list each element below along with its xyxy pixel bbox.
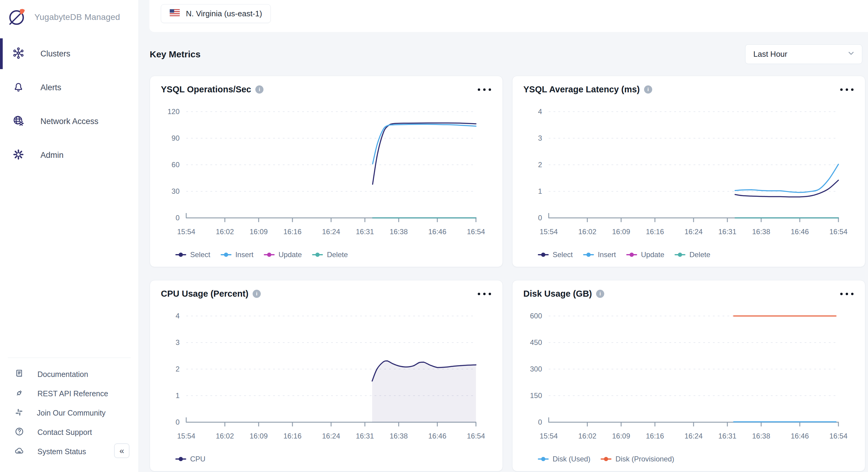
legend-item-select[interactable]: Select <box>538 250 573 259</box>
svg-text:16:09: 16:09 <box>612 432 630 440</box>
ellipsis-menu-icon[interactable] <box>840 87 854 93</box>
time-range-value: Last Hour <box>753 50 787 59</box>
cloud-status-icon <box>14 445 25 458</box>
legend-marker-icon <box>538 457 549 461</box>
metric-card: CPU Usage (Percent) i 0123415:5416:0216:… <box>150 280 503 471</box>
sidebar-divider <box>8 357 131 358</box>
svg-text:16:16: 16:16 <box>283 227 302 236</box>
legend-marker-icon <box>312 253 323 257</box>
svg-text:4: 4 <box>176 312 180 320</box>
legend-item-disk-provisioned[interactable]: Disk (Provisioned) <box>600 455 674 463</box>
legend-label: Update <box>279 250 302 259</box>
plug-icon <box>14 387 25 400</box>
legend-item-disk-used[interactable]: Disk (Used) <box>538 455 590 463</box>
svg-text:16:38: 16:38 <box>390 432 408 440</box>
svg-text:16:46: 16:46 <box>791 432 809 440</box>
sidebar-item-clusters[interactable]: Clusters <box>0 37 138 71</box>
footer-link-rest-api-reference[interactable]: REST API Reference <box>0 384 138 403</box>
chart-title: YSQL Average Latency (ms) <box>523 85 640 94</box>
ellipsis-menu-icon[interactable] <box>840 291 854 297</box>
legend-label: Delete <box>689 250 710 259</box>
svg-text:4: 4 <box>538 107 542 116</box>
legend-item-delete[interactable]: Delete <box>312 250 348 259</box>
legend-label: Select <box>553 250 573 259</box>
footer-link-label: Documentation <box>37 370 88 379</box>
svg-text:16:09: 16:09 <box>250 227 268 236</box>
legend-label: Insert <box>236 250 253 259</box>
chevron-down-icon <box>847 49 855 59</box>
svg-text:16:16: 16:16 <box>283 432 302 440</box>
brand[interactable]: YugabyteDB Managed <box>7 6 120 28</box>
sidebar-item-label: Admin <box>40 151 64 160</box>
svg-text:16:31: 16:31 <box>356 432 374 440</box>
legend-item-update[interactable]: Update <box>626 250 664 259</box>
svg-text:0: 0 <box>538 214 542 222</box>
info-icon[interactable]: i <box>596 290 604 298</box>
ellipsis-menu-icon[interactable] <box>477 291 492 297</box>
svg-text:16:38: 16:38 <box>752 432 770 440</box>
info-icon[interactable]: i <box>255 86 264 94</box>
sidebar-item-admin[interactable]: Admin <box>0 138 138 172</box>
chart-legend: SelectInsertUpdateDelete <box>538 250 710 259</box>
footer-link-contact-support[interactable]: Contact Support <box>0 422 138 442</box>
legend-item-delete[interactable]: Delete <box>675 250 710 259</box>
info-icon[interactable]: i <box>253 290 261 298</box>
chart-canvas: 030609012015:5416:0216:0916:1616:2416:31… <box>150 76 502 267</box>
svg-text:16:54: 16:54 <box>829 432 847 440</box>
legend-marker-icon <box>600 457 612 461</box>
svg-text:16:46: 16:46 <box>791 227 809 236</box>
time-range-select[interactable]: Last Hour <box>745 44 862 64</box>
svg-text:120: 120 <box>167 107 180 116</box>
svg-text:16:16: 16:16 <box>646 432 664 440</box>
svg-text:600: 600 <box>530 312 542 320</box>
sidebar-item-network-access[interactable]: Network Access <box>0 104 138 138</box>
svg-text:150: 150 <box>530 391 542 400</box>
page-head: Key Metrics Last Hour <box>150 44 862 64</box>
svg-text:16:02: 16:02 <box>216 432 234 440</box>
svg-text:15:54: 15:54 <box>177 432 195 440</box>
svg-text:16:09: 16:09 <box>250 432 268 440</box>
legend-marker-icon <box>175 457 186 461</box>
svg-text:16:46: 16:46 <box>428 432 446 440</box>
globe-gear-icon <box>12 115 25 128</box>
svg-text:2: 2 <box>538 161 542 169</box>
svg-text:30: 30 <box>172 187 180 195</box>
sidebar-item-alerts[interactable]: Alerts <box>0 71 138 104</box>
gear-icon <box>12 148 25 162</box>
legend-item-select[interactable]: Select <box>175 250 210 259</box>
bell-icon <box>12 81 25 94</box>
svg-text:16:46: 16:46 <box>428 227 446 236</box>
info-icon[interactable]: i <box>644 86 652 94</box>
chart-canvas: 015030045060015:5416:0216:0916:1616:2416… <box>513 280 865 471</box>
svg-text:90: 90 <box>172 134 180 142</box>
sidebar-item-label: Alerts <box>40 83 61 92</box>
legend-item-insert[interactable]: Insert <box>583 250 616 259</box>
legend-label: Select <box>190 250 210 259</box>
chart-canvas: 0123415:5416:0216:0916:1616:2416:3116:38… <box>150 280 502 471</box>
book-icon <box>14 368 25 380</box>
svg-text:16:38: 16:38 <box>390 227 408 236</box>
legend-item-update[interactable]: Update <box>264 250 302 259</box>
chart-legend: Disk (Used)Disk (Provisioned) <box>538 455 674 463</box>
svg-text:16:24: 16:24 <box>684 432 703 440</box>
region-chip[interactable]: N. Virginia (us-east-1) <box>161 4 271 23</box>
legend-item-cpu[interactable]: CPU <box>175 455 206 463</box>
sidebar: YugabyteDB Managed Clusters Alerts Netwo… <box>0 0 139 472</box>
legend-label: Disk (Provisioned) <box>615 455 674 463</box>
footer-link-join-our-community[interactable]: Join Our Community <box>0 403 138 422</box>
chart-legend: CPU <box>175 455 206 463</box>
svg-text:1: 1 <box>176 391 180 400</box>
legend-item-insert[interactable]: Insert <box>221 250 253 259</box>
sidebar-collapse-button[interactable]: « <box>114 443 129 458</box>
svg-text:15:54: 15:54 <box>539 432 558 440</box>
cluster-icon <box>12 47 25 61</box>
svg-text:16:09: 16:09 <box>612 227 630 236</box>
footer-link-documentation[interactable]: Documentation <box>0 365 138 384</box>
svg-text:16:24: 16:24 <box>322 432 340 440</box>
legend-marker-icon <box>221 253 231 257</box>
chart-title: CPU Usage (Percent) <box>161 289 248 299</box>
legend-label: CPU <box>190 455 206 463</box>
svg-text:16:02: 16:02 <box>578 227 596 236</box>
ellipsis-menu-icon[interactable] <box>477 87 492 93</box>
metric-card: YSQL Average Latency (ms) i 0123415:5416… <box>512 76 865 267</box>
